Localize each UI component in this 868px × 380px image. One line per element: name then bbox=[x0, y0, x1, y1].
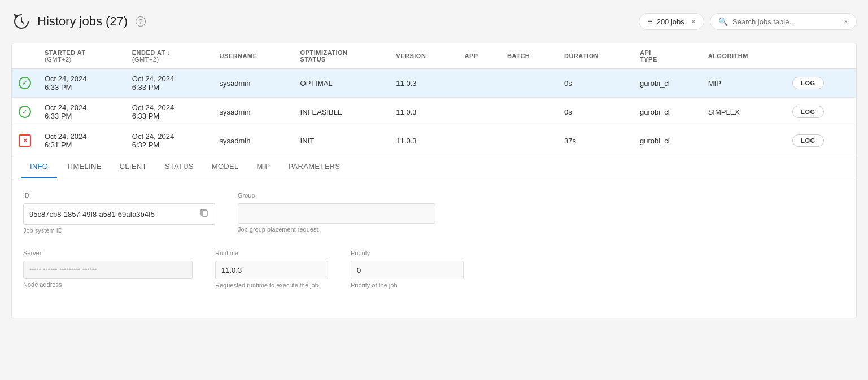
algorithm-cell bbox=[701, 126, 786, 155]
svg-rect-0 bbox=[202, 211, 207, 216]
tab-status[interactable]: STATUS bbox=[156, 155, 203, 178]
batch-cell bbox=[500, 98, 557, 126]
duration-cell: 37s bbox=[557, 126, 633, 155]
tab-parameters[interactable]: PARAMETERS bbox=[280, 155, 350, 178]
col-ended-at[interactable]: ENDED AT ↓(GMT+2) bbox=[125, 43, 213, 69]
header: History jobs (27) ? ≡ 200 jobs × 🔍 × bbox=[11, 11, 857, 32]
tabs-bar: INFOTIMELINECLIENTSTATUSMODELMIPPARAMETE… bbox=[12, 155, 856, 178]
col-optimization-status: OPTIMIZATIONSTATUS bbox=[294, 43, 390, 69]
group-value[interactable] bbox=[238, 203, 435, 224]
header-right: ≡ 200 jobs × 🔍 × bbox=[639, 13, 857, 30]
table-row[interactable]: ✕Oct 24, 20246:31 PMOct 24, 20246:32 PMs… bbox=[12, 126, 856, 155]
server-label: Server bbox=[23, 250, 193, 256]
server-value: ••••• •••••• ••••••••• •••••• bbox=[23, 261, 193, 279]
search-close-icon[interactable]: × bbox=[844, 17, 848, 26]
log-button[interactable]: LOG bbox=[792, 77, 823, 89]
log-cell: LOG bbox=[786, 98, 856, 126]
priority-value: 0 bbox=[351, 261, 464, 279]
help-icon[interactable]: ? bbox=[136, 16, 146, 27]
col-username: USERNAME bbox=[213, 43, 294, 69]
id-value-container: 95c87cb8-1857-49f8-a581-69afa3b4f5 bbox=[23, 203, 215, 225]
col-status bbox=[12, 43, 38, 69]
table-container: STARTED AT(GMT+2) ENDED AT ↓(GMT+2) USER… bbox=[12, 43, 856, 155]
table-row[interactable]: ✓Oct 24, 20246:33 PMOct 24, 20246:33 PMs… bbox=[12, 98, 856, 126]
duration-cell: 0s bbox=[557, 69, 633, 98]
table-row[interactable]: ✓Oct 24, 20246:33 PMOct 24, 20246:33 PMs… bbox=[12, 69, 856, 98]
app-cell bbox=[457, 126, 500, 155]
batch-cell bbox=[500, 126, 557, 155]
version-cell: 11.0.3 bbox=[389, 126, 457, 155]
header-left: History jobs (27) ? bbox=[11, 11, 146, 32]
group-field: Group Job group placement request bbox=[238, 192, 435, 236]
main-card: STARTED AT(GMT+2) ENDED AT ↓(GMT+2) USER… bbox=[11, 43, 857, 318]
id-hint: Job system ID bbox=[23, 227, 215, 234]
status-cell: ✓ bbox=[12, 98, 38, 126]
col-started-at: STARTED AT(GMT+2) bbox=[38, 43, 125, 69]
server-hint: Node address bbox=[23, 281, 193, 288]
status-error-icon: ✕ bbox=[19, 134, 31, 147]
batch-cell bbox=[500, 69, 557, 98]
algorithm-cell: MIP bbox=[701, 69, 786, 98]
started-at-cell: Oct 24, 20246:31 PM bbox=[38, 126, 125, 155]
filter-icon: ≡ bbox=[647, 17, 652, 26]
history-icon bbox=[11, 11, 32, 32]
api-type-cell: gurobi_cl bbox=[633, 69, 701, 98]
log-cell: LOG bbox=[786, 126, 856, 155]
status-cell: ✓ bbox=[12, 69, 38, 98]
server-field-container: Server ••••• •••••• ••••••••• •••••• Nod… bbox=[23, 250, 193, 291]
ended-at-cell: Oct 24, 20246:32 PM bbox=[125, 126, 213, 155]
table-header-row: STARTED AT(GMT+2) ENDED AT ↓(GMT+2) USER… bbox=[12, 43, 856, 69]
app-cell bbox=[457, 69, 500, 98]
version-cell: 11.0.3 bbox=[389, 69, 457, 98]
col-app: APP bbox=[457, 43, 500, 69]
runtime-label: Runtime bbox=[215, 250, 328, 256]
api-type-cell: gurobi_cl bbox=[633, 98, 701, 126]
info-panel: ID 95c87cb8-1857-49f8-a581-69afa3b4f5 Jo… bbox=[12, 178, 856, 318]
copy-icon[interactable] bbox=[200, 208, 209, 220]
log-button[interactable]: LOG bbox=[792, 134, 823, 147]
filter-button[interactable]: ≡ 200 jobs × bbox=[639, 13, 704, 30]
optimization-status-cell: OPTIMAL bbox=[294, 69, 390, 98]
priority-label: Priority bbox=[351, 250, 464, 256]
id-label: ID bbox=[23, 192, 215, 199]
runtime-hint: Requested runtime to execute the job bbox=[215, 282, 328, 289]
filter-close-icon[interactable]: × bbox=[691, 17, 696, 26]
status-ok-icon: ✓ bbox=[19, 106, 31, 118]
started-at-cell: Oct 24, 20246:33 PM bbox=[38, 98, 125, 126]
id-value: 95c87cb8-1857-49f8-a581-69afa3b4f5 bbox=[29, 210, 155, 219]
optimization-status-cell: INIT bbox=[294, 126, 390, 155]
col-duration: DURATION bbox=[557, 43, 633, 69]
col-batch: BATCH bbox=[500, 43, 557, 69]
page-container: History jobs (27) ? ≡ 200 jobs × 🔍 × bbox=[0, 0, 868, 380]
username-cell: sysadmin bbox=[213, 69, 294, 98]
log-cell: LOG bbox=[786, 69, 856, 98]
tab-mip[interactable]: MIP bbox=[248, 155, 280, 178]
table-wrapper: STARTED AT(GMT+2) ENDED AT ↓(GMT+2) USER… bbox=[12, 43, 856, 155]
username-cell: sysadmin bbox=[213, 126, 294, 155]
tab-client[interactable]: CLIENT bbox=[111, 155, 156, 178]
tab-model[interactable]: MODEL bbox=[203, 155, 248, 178]
info-row-1: ID 95c87cb8-1857-49f8-a581-69afa3b4f5 Jo… bbox=[23, 192, 845, 236]
col-log bbox=[786, 43, 856, 69]
status-cell: ✕ bbox=[12, 126, 38, 155]
version-cell: 11.0.3 bbox=[389, 98, 457, 126]
group-label: Group bbox=[238, 192, 435, 199]
log-button[interactable]: LOG bbox=[792, 106, 823, 118]
group-hint: Job group placement request bbox=[238, 226, 435, 233]
tab-timeline[interactable]: TIMELINE bbox=[57, 155, 110, 178]
api-type-cell: gurobi_cl bbox=[633, 126, 701, 155]
username-cell: sysadmin bbox=[213, 98, 294, 126]
col-api-type: APITYPE bbox=[633, 43, 701, 69]
page-title: History jobs (27) bbox=[37, 14, 128, 29]
tab-info[interactable]: INFO bbox=[21, 155, 57, 178]
optimization-status-cell: INFEASIBLE bbox=[294, 98, 390, 126]
duration-cell: 0s bbox=[557, 98, 633, 126]
status-ok-icon: ✓ bbox=[19, 77, 31, 89]
id-field: ID 95c87cb8-1857-49f8-a581-69afa3b4f5 Jo… bbox=[23, 192, 215, 236]
ended-at-cell: Oct 24, 20246:33 PM bbox=[125, 98, 213, 126]
search-input[interactable] bbox=[732, 18, 839, 26]
col-version: VERSION bbox=[389, 43, 457, 69]
runtime-field-container: Runtime 11.0.3 Requested runtime to exec… bbox=[215, 250, 328, 291]
col-algorithm: ALGORITHM bbox=[701, 43, 786, 69]
started-at-cell: Oct 24, 20246:33 PM bbox=[38, 69, 125, 98]
